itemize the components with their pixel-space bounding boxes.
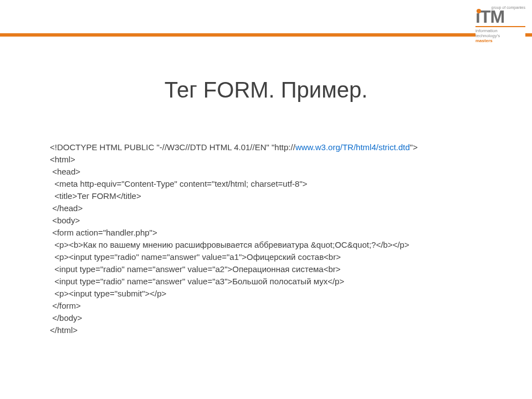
code-line-14: </form> <box>50 301 81 310</box>
code-line-5: <title>Тег FORM</title> <box>50 191 141 201</box>
code-line-12: <input type="radio" name="answer" value=… <box>50 277 344 286</box>
logo-sub-1: information <box>475 28 498 33</box>
code-line-8: <form action="handler.php"> <box>50 228 157 237</box>
slide-title: Тег FORM. Пример. <box>0 78 532 103</box>
code-line-7: <body> <box>50 216 80 225</box>
code-line-13: <p><input type="submit"></p> <box>50 289 166 298</box>
code-line-15: </body> <box>50 313 82 323</box>
code-line-11: <input type="radio" name="answer" value=… <box>50 264 341 274</box>
code-line-3: <head> <box>50 167 80 176</box>
logo-main: iTM <box>475 8 525 25</box>
logo-subtext: information technology's masters <box>475 28 525 43</box>
code-line-9: <p><b>Как по вашему мнению расшифровывае… <box>50 240 409 249</box>
code-line-1c: "> <box>410 142 418 152</box>
logo-dot-icon <box>477 9 481 13</box>
code-line-6: </head> <box>50 203 83 213</box>
code-line-16: </html> <box>50 325 78 335</box>
code-line-1-link: www.w3.org/TR/html4/strict.dtd <box>295 142 410 152</box>
logo-block: group of companies iTM information techn… <box>475 4 525 45</box>
logo-sub-2: technology's <box>475 33 500 38</box>
code-line-1a: <!DOCTYPE HTML PUBLIC "-//W3C//DTD HTML … <box>50 142 295 152</box>
code-line-4: <meta http-equiv="Content-Type" content=… <box>50 179 307 188</box>
code-listing: <!DOCTYPE HTML PUBLIC "-//W3C//DTD HTML … <box>50 141 493 336</box>
header-rule <box>0 33 532 37</box>
code-line-2: <html> <box>50 155 75 164</box>
code-line-10: <p><input type="radio" name="answer" val… <box>50 252 341 262</box>
logo-sub-3: masters <box>475 38 493 43</box>
